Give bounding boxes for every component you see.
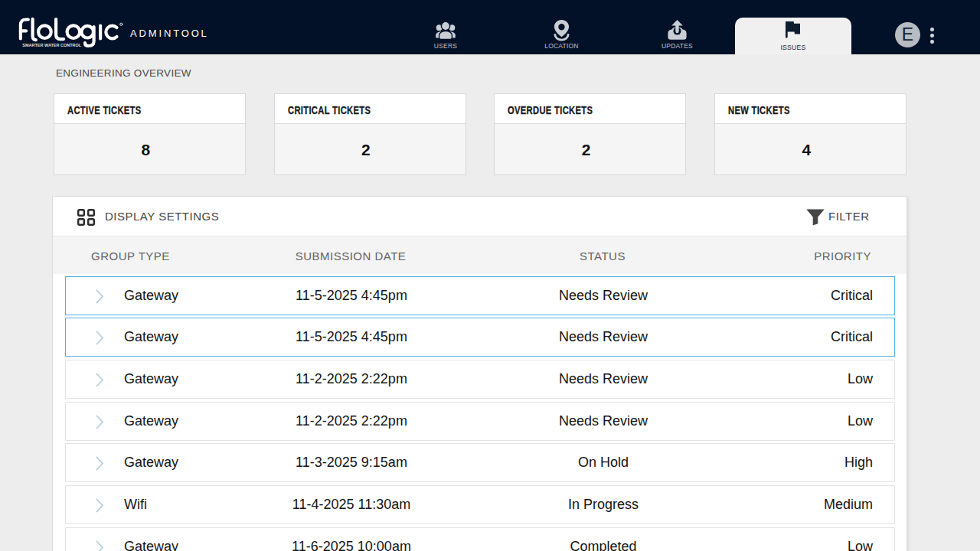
svg-text:SMARTER WATER CONTROL: SMARTER WATER CONTROL <box>22 43 82 47</box>
